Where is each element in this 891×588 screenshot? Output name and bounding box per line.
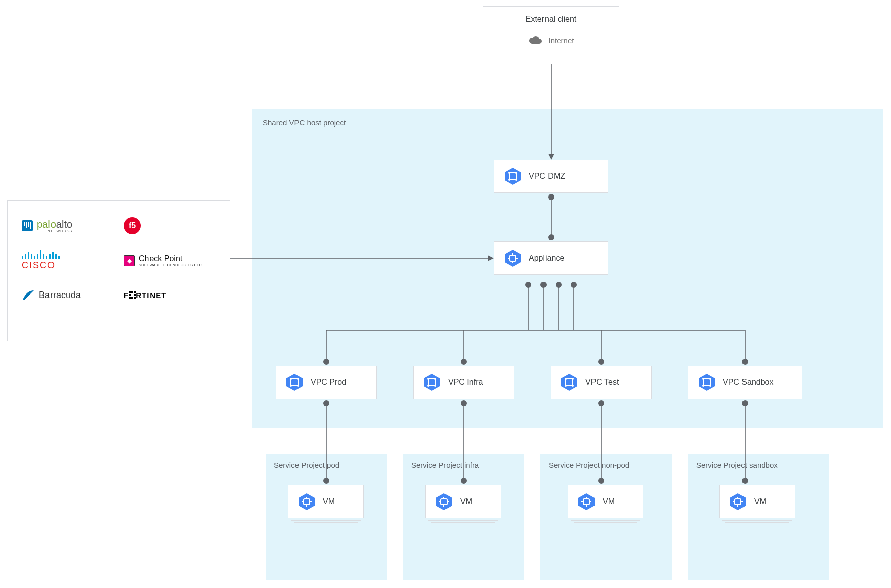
vendor-f5: f5 <box>124 216 216 236</box>
compute-icon <box>435 493 453 511</box>
f5-icon: f5 <box>124 217 141 234</box>
paloalto-text-b: alto <box>56 219 72 230</box>
vm-label: VM <box>754 497 766 506</box>
vendors-box: paloalto NETWORKS f5 CISCO ◆ Check Point… <box>7 200 230 341</box>
vm-label: VM <box>323 497 335 506</box>
cisco-icon <box>22 250 60 259</box>
fortinet-text: FRTINET <box>124 291 166 300</box>
fortinet-o-icon <box>129 291 136 299</box>
paloalto-icon <box>22 220 33 231</box>
barracuda-text: Barracuda <box>39 290 81 301</box>
sp-pod-label: Service Project pod <box>274 461 339 469</box>
vpc-test-node: VPC Test <box>551 366 652 399</box>
vpc-sandbox-node: VPC Sandbox <box>688 366 802 399</box>
cisco-text: CISCO <box>22 260 56 271</box>
f5-text: f5 <box>129 221 136 230</box>
appliance-node: Appliance <box>494 241 608 275</box>
vpc-prod-node: VPC Prod <box>276 366 377 399</box>
vm-pod-stack <box>291 519 361 523</box>
external-client-box: External client Internet <box>483 6 619 53</box>
cloud-icon <box>528 35 542 45</box>
vpc-sandbox-label: VPC Sandbox <box>723 378 774 387</box>
vm-label: VM <box>460 497 472 506</box>
vpc-icon <box>560 373 578 391</box>
vm-nonpod-node: VM <box>568 485 643 518</box>
vpc-icon <box>285 373 304 391</box>
svg-rect-12 <box>129 291 131 293</box>
appliance-label: Appliance <box>529 254 564 263</box>
vpc-icon <box>423 373 441 391</box>
sp-nonpod-label: Service Project non-pod <box>549 461 629 469</box>
internet-row: Internet <box>483 30 619 53</box>
internet-label: Internet <box>549 36 574 45</box>
checkpoint-icon: ◆ <box>124 255 135 266</box>
appliance-stack-lines <box>497 275 605 279</box>
vpc-prod-label: VPC Prod <box>311 378 346 387</box>
host-project-label: Shared VPC host project <box>263 118 346 127</box>
svg-rect-15 <box>129 294 131 296</box>
vpc-icon <box>504 167 522 185</box>
vpc-icon <box>698 373 716 391</box>
compute-icon <box>504 249 522 267</box>
external-client-title: External client <box>483 7 619 30</box>
svg-rect-17 <box>129 297 131 299</box>
vm-infra-node: VM <box>425 485 501 518</box>
vm-sandbox-node: VM <box>719 485 795 518</box>
vpc-dmz-node: VPC DMZ <box>494 160 608 193</box>
vpc-dmz-label: VPC DMZ <box>529 172 565 181</box>
checkpoint-text: Check Point <box>139 254 203 263</box>
vm-nonpod-stack <box>571 519 640 523</box>
vendor-barracuda: Barracuda <box>22 285 114 305</box>
vpc-infra-node: VPC Infra <box>413 366 514 399</box>
vm-pod-node: VM <box>288 485 364 518</box>
vendor-paloalto: paloalto NETWORKS <box>22 216 114 236</box>
sp-infra-label: Service Project infra <box>411 461 479 469</box>
svg-rect-13 <box>131 291 133 293</box>
paloalto-sub: NETWORKS <box>37 229 72 233</box>
barracuda-icon <box>22 289 35 301</box>
vm-sandbox-stack <box>722 519 792 523</box>
vm-label: VM <box>603 497 615 506</box>
compute-icon <box>298 493 316 511</box>
vendor-cisco: CISCO <box>22 250 114 271</box>
vpc-test-label: VPC Test <box>585 378 619 387</box>
sp-sandbox-label: Service Project sandbox <box>696 461 778 469</box>
paloalto-text-a: palo <box>37 219 56 230</box>
vpc-infra-label: VPC Infra <box>448 378 483 387</box>
vendor-checkpoint: ◆ Check Point SOFTWARE TECHNOLOGIES LTD. <box>124 251 216 271</box>
compute-icon <box>577 493 596 511</box>
svg-rect-18 <box>131 297 133 299</box>
vm-infra-stack <box>428 519 498 523</box>
checkpoint-sub: SOFTWARE TECHNOLOGIES LTD. <box>139 263 203 267</box>
vendor-fortinet: FRTINET <box>124 285 216 305</box>
compute-icon <box>729 493 747 511</box>
